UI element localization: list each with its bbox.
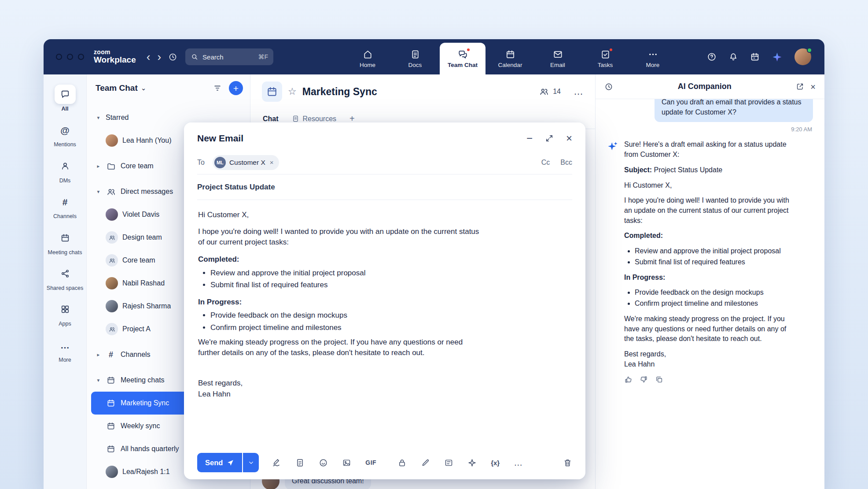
notifications-bell-icon[interactable] <box>728 52 738 62</box>
forward-button[interactable]: › <box>157 51 161 63</box>
formatting-tools: GIF {x} … <box>272 458 523 468</box>
more-tools-icon[interactable]: … <box>514 458 523 468</box>
bcc-button[interactable]: Bcc <box>560 159 572 167</box>
subject-input[interactable]: Project Status Update <box>197 183 275 192</box>
email-body-editor[interactable]: Hi Customer X, I hope you're doing well!… <box>184 200 585 446</box>
presence-indicator <box>807 48 812 53</box>
star-favorite-icon[interactable]: ☆ <box>288 86 297 97</box>
window-zoom-button[interactable] <box>78 54 84 60</box>
window-close-button[interactable] <box>56 54 62 60</box>
close-icon[interactable]: × <box>810 82 816 91</box>
caret-expanded-icon[interactable]: ▾ <box>96 115 101 121</box>
user-avatar[interactable] <box>794 48 811 65</box>
thumbs-down-icon[interactable] <box>640 375 648 384</box>
caret-collapsed-icon[interactable]: ▸ <box>96 352 101 358</box>
to-label: To <box>197 159 205 167</box>
tab-label: Resources <box>303 115 336 123</box>
nav-docs[interactable]: Docs <box>392 43 438 74</box>
gif-icon[interactable]: GIF <box>365 459 376 466</box>
group-avatar-icon <box>106 323 118 335</box>
item-label: Rajesh Sharma <box>122 302 171 310</box>
conversation-history-icon[interactable] <box>604 82 613 91</box>
chat-more-options[interactable]: … <box>574 86 584 97</box>
remove-recipient-icon[interactable]: × <box>270 159 274 166</box>
caret-collapsed-icon[interactable]: ▸ <box>96 163 101 169</box>
send-button-group: Send <box>197 453 259 472</box>
ai-sparkle-icon[interactable] <box>467 458 477 467</box>
item-label: Marketing Sync <box>121 399 169 407</box>
logo-workplace-text: Workplace <box>94 56 136 65</box>
window-controls[interactable] <box>56 54 84 60</box>
ai-companion-sparkle-icon[interactable] <box>772 52 783 63</box>
ai-completed-heading: Completed: <box>624 231 798 241</box>
ai-feedback-actions <box>624 375 798 384</box>
sidebar-title[interactable]: Team Chat <box>96 83 138 93</box>
rail-item-meeting-chats[interactable]: Meeting chats <box>44 224 86 260</box>
rail-item-dms[interactable]: DMs <box>44 152 86 188</box>
rail-item-mentions[interactable]: @ Mentions <box>44 116 86 152</box>
back-button[interactable]: ‹ <box>147 51 151 63</box>
insert-image-icon[interactable] <box>342 458 351 467</box>
recipient-avatar: ML <box>214 157 226 168</box>
signature-icon[interactable] <box>272 458 281 467</box>
thumbs-up-icon[interactable] <box>624 375 633 384</box>
rail-item-shared-spaces[interactable]: Shared spaces <box>44 260 86 296</box>
send-options-button[interactable] <box>243 453 259 472</box>
list-item: Review and approve the initial project p… <box>210 268 480 279</box>
nav-more[interactable]: More <box>630 43 676 74</box>
rail-item-apps[interactable]: Apps <box>44 296 86 331</box>
new-chat-button[interactable]: + <box>229 81 243 95</box>
search-input[interactable]: Search ⌘F <box>185 48 273 65</box>
chevron-down-icon[interactable]: ⌄ <box>141 84 147 92</box>
template-layout-icon[interactable] <box>444 458 453 467</box>
copy-icon[interactable] <box>655 375 663 384</box>
help-icon[interactable] <box>707 52 717 62</box>
schedule-calendar-icon[interactable] <box>750 52 760 62</box>
nav-label: Tasks <box>598 62 613 68</box>
window-minimize-button[interactable] <box>67 54 73 60</box>
send-label: Send <box>205 459 223 467</box>
attach-file-icon[interactable] <box>295 458 305 467</box>
hash-icon: # <box>106 349 116 360</box>
docs-icon <box>410 49 420 59</box>
ai-panel-title: AI Companion <box>619 82 790 91</box>
nav-calendar[interactable]: Calendar <box>487 43 533 74</box>
encrypt-lock-icon[interactable] <box>397 458 407 467</box>
rail-item-more[interactable]: … More <box>44 332 86 367</box>
nav-home[interactable]: Home <box>345 43 390 74</box>
subject-row[interactable]: Project Status Update <box>197 174 572 200</box>
caret-expanded-icon[interactable]: ▾ <box>96 377 101 383</box>
rail-item-all[interactable]: All <box>44 81 86 116</box>
unread-badge <box>466 48 471 52</box>
history-icon[interactable] <box>168 52 177 62</box>
minimize-icon[interactable]: − <box>526 133 533 144</box>
caret-expanded-icon[interactable]: ▾ <box>96 189 101 195</box>
email-completed-heading: Completed: <box>198 254 480 265</box>
rail-label: All <box>62 106 69 112</box>
cc-button[interactable]: Cc <box>541 159 550 167</box>
emoji-icon[interactable] <box>319 458 328 467</box>
nav-team-chat[interactable]: Team Chat <box>440 43 485 74</box>
edit-pencil-icon[interactable] <box>421 458 430 467</box>
modal-title: New Email <box>197 133 243 144</box>
topbar-actions <box>707 48 811 65</box>
variables-icon[interactable]: {x} <box>491 459 500 467</box>
filter-icon[interactable] <box>213 84 222 93</box>
ai-response: Sure! Here's a draft email asking for a … <box>607 140 813 384</box>
open-external-icon[interactable] <box>796 82 804 91</box>
rail-label: Shared spaces <box>47 285 83 291</box>
close-icon[interactable]: × <box>566 133 572 144</box>
rail-item-channels[interactable]: # Channels <box>44 188 86 224</box>
member-count[interactable]: 14 <box>539 87 561 96</box>
nav-tasks[interactable]: Tasks <box>582 43 628 74</box>
discard-trash-icon[interactable] <box>563 458 572 467</box>
meeting-chats-calendar-icon <box>55 228 76 248</box>
folder-icon <box>106 161 116 171</box>
ai-inprogress-heading: In Progress: <box>624 273 798 283</box>
nav-email[interactable]: Email <box>535 43 581 74</box>
recipient-chip[interactable]: ML Customer X × <box>213 155 279 170</box>
ai-completed-list: Review and approve the initial project p… <box>624 246 798 267</box>
search-placeholder: Search <box>202 53 224 61</box>
expand-icon[interactable] <box>545 134 554 143</box>
send-button[interactable]: Send <box>197 453 242 472</box>
